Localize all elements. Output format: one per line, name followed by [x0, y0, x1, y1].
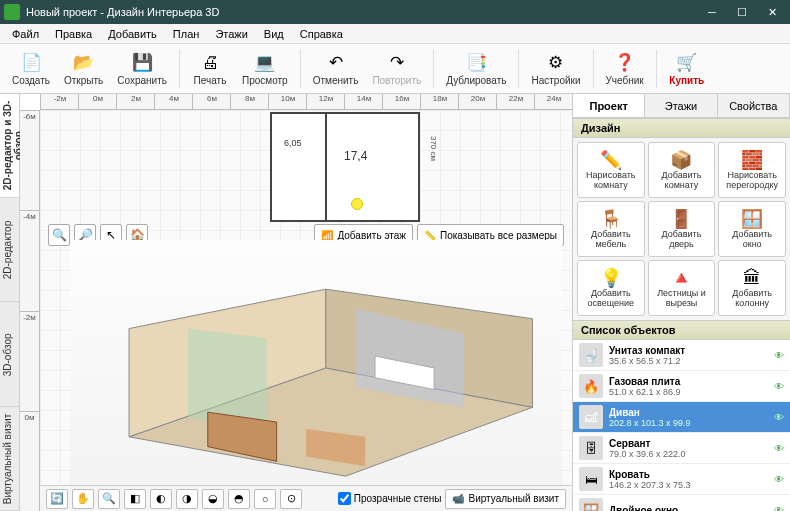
tool-button[interactable]: ◑	[176, 489, 198, 509]
action-button[interactable]: 🧱Нарисоватьперегородку	[718, 142, 786, 198]
visibility-icon[interactable]: 👁	[774, 474, 784, 485]
action-icon: 🪟	[741, 208, 763, 230]
zoom-in-button[interactable]: 🔍	[48, 224, 70, 246]
tool-button[interactable]: ◓	[228, 489, 250, 509]
tool-button[interactable]: ◒	[202, 489, 224, 509]
tool-button[interactable]: ○	[254, 489, 276, 509]
separator	[300, 50, 301, 88]
menu-Добавить[interactable]: Добавить	[100, 26, 165, 42]
tool-label: Настройки	[531, 75, 580, 86]
object-item[interactable]: 🛋Диван202.8 x 101.3 x 99.9👁	[573, 402, 790, 433]
side-tab[interactable]: 2D-редактор	[0, 198, 19, 302]
toolbar-просмотр[interactable]: 💻Просмотр	[236, 46, 294, 92]
menu-Правка[interactable]: Правка	[47, 26, 100, 42]
action-label: Лестницы ивырезы	[657, 289, 706, 309]
transparent-walls-checkbox[interactable]: Прозрачные стены	[338, 492, 442, 505]
object-item[interactable]: 🪟Двойное окно👁	[573, 495, 790, 511]
viewport[interactable]: 6,05 17,4 370 см 🔍 🔎 ↖ 🏠 📶Добавить этаж …	[40, 110, 572, 511]
ruler-icon: 📏	[424, 230, 436, 241]
toolbar-дублировать[interactable]: 📑Дублировать	[440, 46, 512, 92]
action-button[interactable]: 🪑Добавитьмебель	[577, 201, 645, 257]
side-tab[interactable]: 2D-редактор и 3D-обзор	[0, 94, 19, 198]
ruler-mark: 24м	[534, 94, 572, 109]
action-label: Добавитькомнату	[662, 171, 702, 191]
action-button[interactable]: 🚪Добавитьдверь	[648, 201, 716, 257]
tool-label: Отменить	[313, 75, 359, 86]
object-dimensions: 35.6 x 56.5 x 71.2	[609, 356, 768, 366]
separator	[656, 50, 657, 88]
panel-tab-Свойства[interactable]: Свойства	[718, 94, 790, 117]
visibility-icon[interactable]: 👁	[774, 350, 784, 361]
action-button[interactable]: 🏛Добавитьколонну	[718, 260, 786, 316]
toolbar-учебник[interactable]: ❓Учебник	[600, 46, 650, 92]
virtual-visit-button[interactable]: 📹Виртуальный визит	[445, 489, 566, 509]
tool-label: Дублировать	[446, 75, 506, 86]
object-icon: 🔥	[579, 374, 603, 398]
room-outline	[272, 114, 327, 222]
tool-icon: 📑	[465, 52, 487, 74]
tool-button[interactable]: ⊙	[280, 489, 302, 509]
side-tab[interactable]: Виртуальный визит	[0, 407, 19, 511]
ruler-mark: 10м	[268, 94, 306, 109]
object-dimensions: 146.2 x 207.3 x 75.3	[609, 480, 768, 490]
menu-Этажи[interactable]: Этажи	[207, 26, 255, 42]
tool-label: Учебник	[606, 75, 644, 86]
ruler-mark: 0м	[78, 94, 116, 109]
toolbar-открыть[interactable]: 📂Открыть	[58, 46, 109, 92]
action-grid: ✏️Нарисоватькомнату📦Добавитькомнату🧱Нари…	[573, 138, 790, 320]
3d-render-view[interactable]	[70, 240, 562, 486]
panel-tabs: ПроектЭтажиСвойства	[573, 94, 790, 118]
panel-tab-Проект[interactable]: Проект	[573, 94, 645, 117]
object-dimensions: 202.8 x 101.3 x 99.9	[609, 418, 768, 428]
toolbar-купить[interactable]: 🛒Купить	[663, 46, 711, 92]
action-icon: ✏️	[600, 149, 622, 171]
visibility-icon[interactable]: 👁	[774, 443, 784, 454]
action-button[interactable]: 🔺Лестницы ивырезы	[648, 260, 716, 316]
action-button[interactable]: 💡Добавитьосвещение	[577, 260, 645, 316]
object-name: Унитаз компакт	[609, 345, 768, 356]
toolbar-сохранить[interactable]: 💾Сохранить	[111, 46, 173, 92]
ruler-mark: 16м	[382, 94, 420, 109]
toolbar-отменить[interactable]: ↶Отменить	[307, 46, 365, 92]
ruler-mark: 2м	[116, 94, 154, 109]
tool-label: Сохранить	[117, 75, 167, 86]
toolbar-настройки[interactable]: ⚙Настройки	[525, 46, 586, 92]
tool-button[interactable]: ◧	[124, 489, 146, 509]
ruler-mark: -2м	[40, 94, 78, 109]
menu-Справка[interactable]: Справка	[292, 26, 351, 42]
menu-План[interactable]: План	[165, 26, 208, 42]
visibility-icon[interactable]: 👁	[774, 412, 784, 423]
tool-icon: ↶	[325, 52, 347, 74]
menu-Вид[interactable]: Вид	[256, 26, 292, 42]
toolbar-повторить[interactable]: ↷Повторить	[366, 46, 427, 92]
side-tab[interactable]: 3D-обзор	[0, 303, 19, 407]
floor-plan-2d[interactable]: 6,05 17,4 370 см	[270, 112, 420, 222]
close-button[interactable]: ✕	[758, 2, 786, 22]
toolbar-создать[interactable]: 📄Создать	[6, 46, 56, 92]
tool-label: Повторить	[372, 75, 421, 86]
separator	[593, 50, 594, 88]
visibility-icon[interactable]: 👁	[774, 505, 784, 512]
object-item[interactable]: 🗄Сервант79.0 x 39.6 x 222.0👁	[573, 433, 790, 464]
zoom-button[interactable]: 🔍	[98, 489, 120, 509]
tool-label: Создать	[12, 75, 50, 86]
camera-marker[interactable]	[351, 198, 363, 210]
action-button[interactable]: 📦Добавитькомнату	[648, 142, 716, 198]
pan-button[interactable]: ✋	[72, 489, 94, 509]
action-button[interactable]: 🪟Добавитьокно	[718, 201, 786, 257]
action-button[interactable]: ✏️Нарисоватькомнату	[577, 142, 645, 198]
orbit-button[interactable]: 🔄	[46, 489, 68, 509]
ruler-mark: 14м	[344, 94, 382, 109]
menu-Файл[interactable]: Файл	[4, 26, 47, 42]
objects-section-title: Список объектов	[573, 320, 790, 340]
object-item[interactable]: 🚽Унитаз компакт35.6 x 56.5 x 71.2👁	[573, 340, 790, 371]
tool-button[interactable]: ◐	[150, 489, 172, 509]
action-label: Добавитьколонну	[732, 289, 772, 309]
toolbar-печать[interactable]: 🖨Печать	[186, 46, 234, 92]
minimize-button[interactable]: ─	[698, 2, 726, 22]
object-item[interactable]: 🔥Газовая плита51.0 x 62.1 x 86.9👁	[573, 371, 790, 402]
visibility-icon[interactable]: 👁	[774, 381, 784, 392]
object-item[interactable]: 🛏Кровать146.2 x 207.3 x 75.3👁	[573, 464, 790, 495]
panel-tab-Этажи[interactable]: Этажи	[645, 94, 717, 117]
maximize-button[interactable]: ☐	[728, 2, 756, 22]
